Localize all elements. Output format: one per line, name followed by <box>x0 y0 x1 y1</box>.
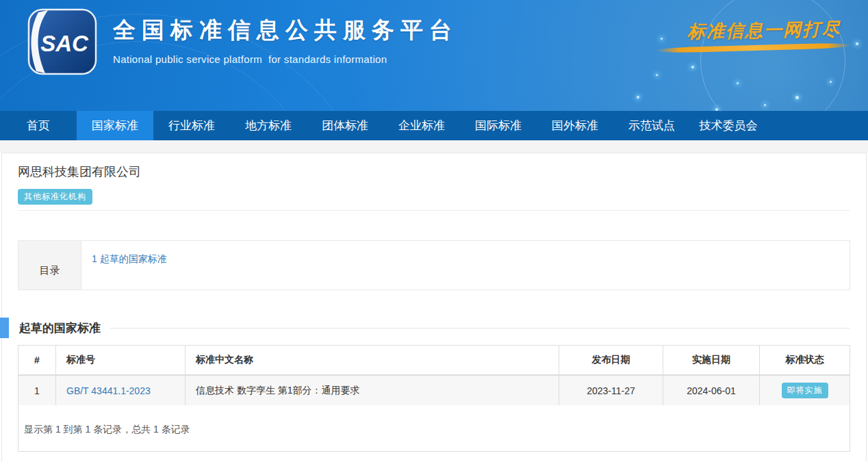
section-divider-line <box>110 328 850 329</box>
nav-item-technical-committees[interactable]: 技术委员会 <box>690 111 767 140</box>
svg-text:SAC: SAC <box>40 31 89 56</box>
cell-implement-date: 2024-06-01 <box>663 375 760 405</box>
glow-dot-decoration <box>637 96 639 99</box>
nav-item-foreign-standards[interactable]: 国外标准 <box>537 111 613 140</box>
toc-content: 1 起草的国家标准 <box>81 241 850 290</box>
records-summary: 显示第 1 到第 1 条记录，总共 1 条记录 <box>18 405 850 451</box>
nav-item-pilot-demonstration[interactable]: 示范试点 <box>613 111 690 140</box>
cell-index: 1 <box>18 375 56 405</box>
site-banner: SAC 全国标准信息公共服务平台 National public service… <box>0 0 868 111</box>
main-navigation: 首页 国家标准 行业标准 地方标准 团体标准 企业标准 国际标准 国外标准 示范… <box>0 111 868 140</box>
glow-dot-decoration <box>830 81 832 83</box>
nav-item-home[interactable]: 首页 <box>0 111 77 140</box>
glow-dot-decoration <box>656 74 658 76</box>
nav-item-local-standards[interactable]: 地方标准 <box>230 111 307 140</box>
cell-status: 即将实施 <box>760 375 850 405</box>
nav-item-group-standards[interactable]: 团体标准 <box>307 111 383 140</box>
glow-dot-decoration <box>795 96 799 99</box>
standards-table-container: # 标准号 标准中文名称 发布日期 实施日期 标准状态 1 GB/T 43441… <box>18 345 850 452</box>
table-header-row: # 标准号 标准中文名称 发布日期 实施日期 标准状态 <box>18 346 850 375</box>
section-header: 起草的国家标准 <box>18 318 850 338</box>
cell-standard-name: 信息技术 数字孪生 第1部分：通用要求 <box>186 375 559 405</box>
header-standard-code: 标准号 <box>56 346 186 375</box>
status-badge: 即将实施 <box>782 383 828 398</box>
content-top-spacer <box>0 140 868 153</box>
header-standard-name: 标准中文名称 <box>186 346 559 375</box>
toc-panel: 目录 1 起草的国家标准 <box>18 240 850 290</box>
glow-dot-decoration <box>764 104 766 106</box>
sac-logo-icon: SAC <box>27 8 97 75</box>
header-index: # <box>18 346 56 375</box>
divider <box>18 210 850 211</box>
cell-publish-date: 2023-11-27 <box>559 375 663 405</box>
section-marker-bar <box>0 318 9 338</box>
cell-standard-code: GB/T 43441.1-2023 <box>56 375 186 405</box>
content-card: 网思科技集团有限公司 其他标准化机构 目录 1 起草的国家标准 起草的国家标准 … <box>1 153 867 461</box>
site-title-block: 全国标准信息公共服务平台 National public service pla… <box>113 15 458 65</box>
nav-item-industry-standards[interactable]: 行业标准 <box>153 111 230 140</box>
globe-decoration <box>700 0 845 111</box>
table-row: 1 GB/T 43441.1-2023 信息技术 数字孪生 第1部分：通用要求 … <box>18 375 850 405</box>
nav-item-national-standards[interactable]: 国家标准 <box>77 111 153 140</box>
organization-type-badge: 其他标准化机构 <box>18 189 92 205</box>
section-title: 起草的国家标准 <box>18 320 101 336</box>
sac-logo[interactable]: SAC <box>27 8 97 78</box>
organization-name: 网思科技集团有限公司 <box>18 153 850 180</box>
header-publish-date: 发布日期 <box>559 346 663 375</box>
glow-dot-decoration <box>691 66 694 68</box>
site-subtitle: National public service platform for sta… <box>113 53 458 65</box>
nav-item-enterprise-standards[interactable]: 企业标准 <box>383 111 460 140</box>
nav-item-international-standards[interactable]: 国际标准 <box>460 111 537 140</box>
standard-code-link[interactable]: GB/T 43441.1-2023 <box>66 385 151 396</box>
glow-dot-decoration <box>661 38 663 40</box>
standards-table: # 标准号 标准中文名称 发布日期 实施日期 标准状态 1 GB/T 43441… <box>18 346 850 405</box>
site-title: 全国标准信息公共服务平台 <box>113 15 458 46</box>
glow-dot-decoration <box>715 108 718 111</box>
glow-dot-decoration <box>856 42 858 45</box>
header-status: 标准状态 <box>760 346 850 375</box>
banner-slogan: 标准信息一网打尽 <box>674 17 854 44</box>
glow-dot-decoration <box>737 82 739 84</box>
toc-label: 目录 <box>18 241 81 290</box>
header-implement-date: 实施日期 <box>663 346 760 375</box>
toc-link-drafted-national-standards[interactable]: 1 起草的国家标准 <box>92 253 167 264</box>
